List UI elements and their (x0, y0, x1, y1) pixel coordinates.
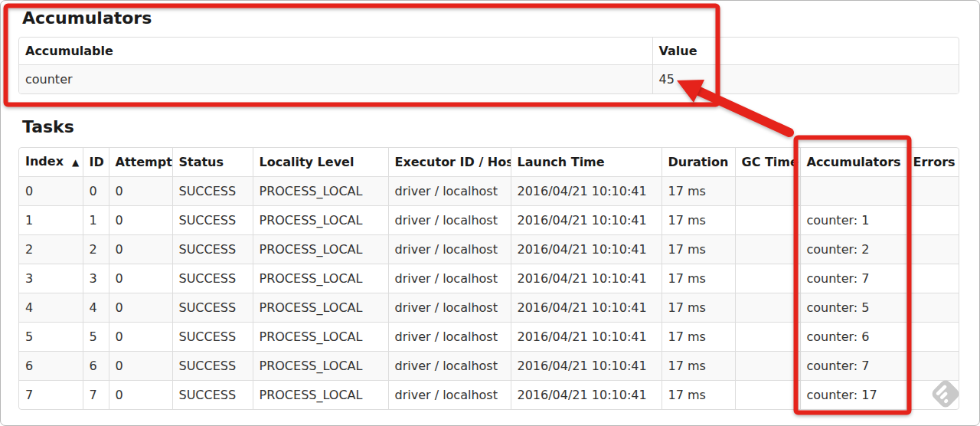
cell-id: 4 (83, 293, 109, 323)
cell-index: 1 (19, 206, 83, 235)
cell-duration: 17 ms (662, 352, 735, 381)
cell-gc-time (735, 352, 800, 381)
accumulators-table: Accumulable Value counter 45 (18, 37, 959, 94)
cell-status: SUCCESS (172, 264, 253, 293)
cell-gc-time (735, 235, 800, 264)
cell-accumulators: counter: 1 (800, 206, 906, 235)
cell-attempt: 0 (109, 235, 172, 264)
cell-errors (906, 352, 959, 381)
cell-launch-time: 2016/04/21 10:10:41 (511, 235, 662, 264)
cell-id: 0 (83, 177, 109, 206)
cell-accumulators: counter: 17 (800, 381, 906, 410)
cell-id: 7 (83, 381, 109, 410)
cell-id: 6 (83, 352, 109, 381)
cell-gc-time (735, 264, 800, 293)
cell-launch-time: 2016/04/21 10:10:41 (511, 177, 662, 206)
spark-ui-page: Accumulators Accumulable Value counter 4… (0, 0, 980, 426)
cell-locality-level: PROCESS_LOCAL (253, 177, 388, 206)
cell-duration: 17 ms (662, 381, 735, 410)
cell-errors (906, 177, 959, 206)
cell-status: SUCCESS (172, 352, 253, 381)
cell-accumulators (800, 177, 906, 206)
cell-executor: driver / localhost (388, 206, 511, 235)
cell-gc-time (735, 177, 800, 206)
cell-status: SUCCESS (172, 381, 253, 410)
table-row: 3 3 0 SUCCESS PROCESS_LOCAL driver / loc… (19, 264, 959, 293)
index-header-label: Index (25, 154, 64, 169)
cell-errors (906, 323, 959, 352)
cell-gc-time (735, 381, 800, 410)
column-header-accumulators[interactable]: Accumulators (800, 148, 906, 177)
cell-accumulators: counter: 6 (800, 323, 906, 352)
sort-ascending-icon: ▲ (72, 157, 79, 168)
cell-status: SUCCESS (172, 206, 253, 235)
cell-accumulable: counter (19, 65, 652, 94)
column-header-locality-level[interactable]: Locality Level (253, 148, 388, 177)
cell-index: 2 (19, 235, 83, 264)
table-row: 0 0 0 SUCCESS PROCESS_LOCAL driver / loc… (19, 177, 959, 206)
cell-launch-time: 2016/04/21 10:10:41 (511, 264, 662, 293)
cell-attempt: 0 (109, 323, 172, 352)
table-header-row: Accumulable Value (19, 38, 959, 65)
table-row: 7 7 0 SUCCESS PROCESS_LOCAL driver / loc… (19, 381, 959, 410)
cell-launch-time: 2016/04/21 10:10:41 (511, 293, 662, 323)
cell-status: SUCCESS (172, 177, 253, 206)
cell-accumulators: counter: 7 (800, 264, 906, 293)
cell-errors (906, 235, 959, 264)
cell-id: 2 (83, 235, 109, 264)
cell-launch-time: 2016/04/21 10:10:41 (511, 381, 662, 410)
column-header-errors[interactable]: Errors (906, 148, 959, 177)
cell-executor: driver / localhost (388, 293, 511, 323)
cell-index: 7 (19, 381, 83, 410)
cell-errors (906, 206, 959, 235)
column-header-launch-time[interactable]: Launch Time (511, 148, 662, 177)
column-header-id[interactable]: ID (83, 148, 109, 177)
cell-duration: 17 ms (662, 177, 735, 206)
cell-attempt: 0 (109, 381, 172, 410)
cell-locality-level: PROCESS_LOCAL (253, 206, 388, 235)
column-header-executor-id-host[interactable]: Executor ID / Host (388, 148, 511, 177)
table-row: 6 6 0 SUCCESS PROCESS_LOCAL driver / loc… (19, 352, 959, 381)
table-row: 4 4 0 SUCCESS PROCESS_LOCAL driver / loc… (19, 293, 959, 323)
cell-accumulators: counter: 7 (800, 352, 906, 381)
cell-duration: 17 ms (662, 264, 735, 293)
cell-index: 0 (19, 177, 83, 206)
column-header-duration[interactable]: Duration (662, 148, 735, 177)
cell-value: 45 (652, 65, 959, 94)
cell-attempt: 0 (109, 206, 172, 235)
cell-executor: driver / localhost (388, 264, 511, 293)
cell-duration: 17 ms (662, 293, 735, 323)
column-header-value: Value (652, 38, 959, 65)
cell-index: 5 (19, 323, 83, 352)
table-row: 1 1 0 SUCCESS PROCESS_LOCAL driver / loc… (19, 206, 959, 235)
cell-locality-level: PROCESS_LOCAL (253, 352, 388, 381)
cell-attempt: 0 (109, 177, 172, 206)
cell-errors (906, 381, 959, 410)
cell-launch-time: 2016/04/21 10:10:41 (511, 206, 662, 235)
cell-locality-level: PROCESS_LOCAL (253, 323, 388, 352)
cell-id: 5 (83, 323, 109, 352)
cell-duration: 17 ms (662, 206, 735, 235)
cell-accumulators: counter: 5 (800, 293, 906, 323)
column-header-index[interactable]: Index▲ (19, 148, 83, 177)
cell-locality-level: PROCESS_LOCAL (253, 264, 388, 293)
cell-id: 1 (83, 206, 109, 235)
cell-status: SUCCESS (172, 235, 253, 264)
column-header-status[interactable]: Status (172, 148, 253, 177)
cell-attempt: 0 (109, 264, 172, 293)
cell-index: 4 (19, 293, 83, 323)
cell-errors (906, 264, 959, 293)
cell-executor: driver / localhost (388, 323, 511, 352)
column-header-gc-time[interactable]: GC Time (735, 148, 800, 177)
column-header-attempt[interactable]: Attempt (109, 148, 172, 177)
cell-locality-level: PROCESS_LOCAL (253, 235, 388, 264)
cell-errors (906, 293, 959, 323)
cell-launch-time: 2016/04/21 10:10:41 (511, 323, 662, 352)
table-row: 2 2 0 SUCCESS PROCESS_LOCAL driver / loc… (19, 235, 959, 264)
cell-attempt: 0 (109, 293, 172, 323)
cell-gc-time (735, 323, 800, 352)
cell-duration: 17 ms (662, 323, 735, 352)
cell-executor: driver / localhost (388, 381, 511, 410)
table-row: 5 5 0 SUCCESS PROCESS_LOCAL driver / loc… (19, 323, 959, 352)
cell-locality-level: PROCESS_LOCAL (253, 293, 388, 323)
